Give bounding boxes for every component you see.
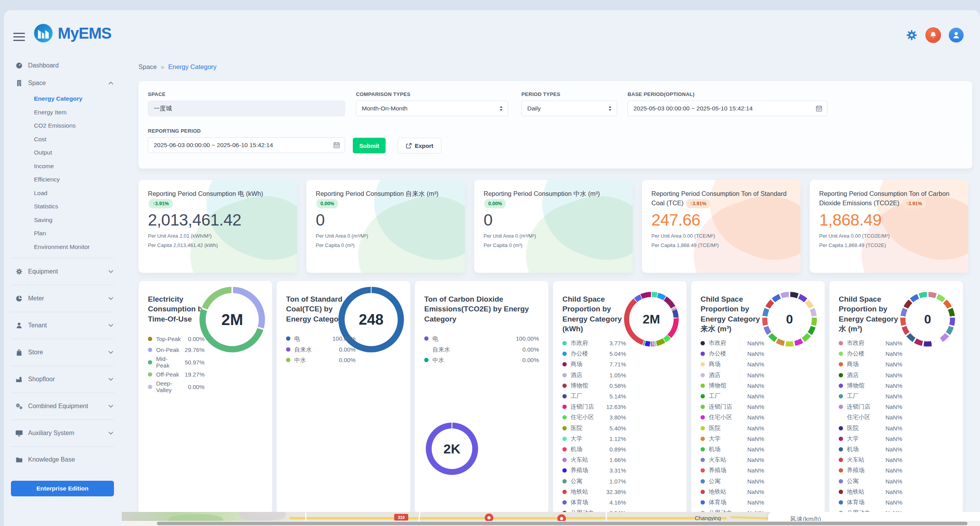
legend-item-mid-peak[interactable]: Mid-Peak50.97% [148, 355, 205, 369]
legend-item-地铁站[interactable]: 地铁站NaN% [701, 487, 818, 497]
legend-item-住宅小区[interactable]: 住宅小区NaN% [839, 412, 956, 423]
legend-item-市政府[interactable]: 市政府NaN% [839, 338, 956, 348]
legend-item-自来水[interactable]: 自来水0.00% [286, 344, 356, 355]
legend-item-医院[interactable]: 医院5.40% [562, 423, 679, 434]
legend-item-市政府[interactable]: 市政府3.77% [562, 338, 679, 348]
legend-item-养殖场[interactable]: 养殖场NaN% [701, 465, 818, 476]
legend-item-体育场[interactable]: 体育场4.16% [562, 497, 679, 508]
legend-item-机场[interactable]: 机场NaN% [701, 444, 818, 455]
sidebar-item-meter[interactable]: Meter [4, 290, 121, 307]
sidebar-item-auxiliary-system[interactable]: Auxiliary System [4, 424, 121, 442]
breadcrumb-section[interactable]: Space [139, 63, 157, 71]
legend-item-公寓[interactable]: 公寓NaN% [839, 476, 956, 486]
legend-item-住宅小区[interactable]: 住宅小区NaN% [701, 412, 818, 423]
sidebar-item-knowledge-base[interactable]: Knowledge Base [4, 451, 121, 468]
legend-item-top-peak[interactable]: Top-Peak0.00% [148, 333, 205, 345]
comparison-type-select[interactable]: Month-On-Month [356, 101, 508, 116]
legend-item-连锁门店[interactable]: 连锁门店12.63% [562, 402, 679, 412]
sidebar-item-store[interactable]: Store [4, 343, 121, 361]
sidebar-item-load[interactable]: Load [4, 187, 121, 200]
legend-item-机场[interactable]: 机场0.89% [562, 444, 679, 455]
legend-item-中水[interactable]: 中水0.00% [424, 355, 539, 366]
legend-item-deep-valley[interactable]: Deep-Valley0.00% [148, 380, 205, 394]
legend-item-办公楼[interactable]: 办公楼NaN% [839, 348, 956, 359]
sidebar-item-space[interactable]: Space [4, 74, 121, 92]
sidebar-item-co2-emissions[interactable]: CO2 Emissions [4, 119, 121, 133]
legend-item-机场[interactable]: 机场NaN% [839, 444, 956, 455]
sidebar-item-shopfloor[interactable]: Shopfloor [4, 370, 121, 388]
export-button[interactable]: Export [398, 138, 441, 153]
sidebar-item-income[interactable]: Income [4, 160, 121, 173]
legend-item-体育场[interactable]: 体育场NaN% [701, 497, 818, 508]
legend-item-医院[interactable]: 医院NaN% [839, 423, 956, 434]
legend-item-博物馆[interactable]: 博物馆NaN% [701, 380, 818, 391]
legend-item-商场[interactable]: 商场7.71% [562, 359, 679, 370]
reporting-period-input[interactable]: 2025-06-03 00:00:00 ~ 2025-06-10 15:42:1… [148, 137, 345, 153]
settings-gear-icon[interactable] [906, 29, 918, 41]
legend-item-工厂[interactable]: 工厂NaN% [701, 391, 818, 402]
sidebar-item-efficiency[interactable]: Efficiency [4, 173, 121, 187]
legend-item-公寓[interactable]: 公寓1.07% [562, 476, 679, 486]
legend-item-地铁站[interactable]: 地铁站32.38% [562, 487, 679, 497]
legend-item-大学[interactable]: 大学NaN% [839, 434, 956, 444]
legend-item-养殖场[interactable]: 养殖场3.31% [562, 465, 679, 476]
legend-item-off-peak[interactable]: Off-Peak19.27% [148, 369, 205, 380]
legend-item-火车站[interactable]: 火车站NaN% [701, 455, 818, 465]
period-type-select[interactable]: Daily [521, 101, 617, 116]
scrollbar-thumb[interactable] [157, 522, 968, 525]
legend-item-办公楼[interactable]: 办公楼5.04% [562, 348, 679, 359]
legend-item-连锁门店[interactable]: 连锁门店NaN% [839, 402, 956, 412]
legend-item-火车站[interactable]: 火车站1.66% [562, 455, 679, 465]
legend-item-博物馆[interactable]: 博物馆0.58% [562, 380, 679, 391]
submit-button[interactable]: Submit [353, 138, 386, 153]
sidebar-item-equipment[interactable]: Equipment [4, 263, 121, 281]
legend-item-住宅小区[interactable]: 住宅小区3.80% [562, 412, 679, 423]
sidebar-item-dashboard[interactable]: Dashboard [4, 57, 121, 74]
legend-item-酒店[interactable]: 酒店NaN% [839, 370, 956, 380]
legend-item-酒店[interactable]: 酒店NaN% [701, 370, 818, 380]
breadcrumb-page[interactable]: Energy Category [168, 63, 217, 71]
legend-item-自来水[interactable]: 自来水0.00% [424, 344, 539, 355]
enterprise-edition-button[interactable]: Enterprise Edition [11, 481, 114, 496]
legend-item-养殖场[interactable]: 养殖场NaN% [839, 465, 956, 476]
menu-toggle-icon[interactable] [13, 33, 25, 43]
legend-item-大学[interactable]: 大学1.12% [562, 434, 679, 444]
legend-item-办公楼[interactable]: 办公楼NaN% [701, 348, 818, 359]
legend-item-市政府[interactable]: 市政府NaN% [701, 338, 818, 348]
sidebar-item-cost[interactable]: Cost [4, 133, 121, 146]
legend-item-工厂[interactable]: 工厂NaN% [839, 391, 956, 402]
legend-item-大学[interactable]: 大学NaN% [701, 434, 818, 444]
legend-item-地铁站[interactable]: 地铁站NaN% [839, 487, 956, 497]
sidebar-item-combined-equipment[interactable]: Combined Equipment [4, 397, 121, 415]
legend-dot-icon [424, 336, 429, 341]
sidebar-item-plan[interactable]: Plan [4, 227, 121, 240]
legend-item-酒店[interactable]: 酒店1.05% [562, 370, 679, 380]
app-logo[interactable]: MyEMS [34, 23, 111, 43]
legend-item-公寓[interactable]: 公寓NaN% [701, 476, 818, 486]
user-avatar[interactable] [949, 28, 964, 43]
legend-item-工厂[interactable]: 工厂5.14% [562, 391, 679, 402]
legend-item-商场[interactable]: 商场NaN% [701, 359, 818, 370]
base-period-input[interactable]: 2025-05-03 00:00:00 ~ 2025-05-10 15:42:1… [628, 101, 827, 116]
sidebar-item-statistics[interactable]: Statistics [4, 200, 121, 213]
legend-item-火车站[interactable]: 火车站NaN% [839, 455, 956, 465]
sidebar-item-energy-item[interactable]: Energy Item [4, 106, 121, 119]
legend-item-体育场[interactable]: 体育场NaN% [839, 497, 956, 508]
notifications-bell-icon[interactable] [925, 27, 941, 43]
sidebar-item-environment-monitor[interactable]: Environment Monitor [4, 240, 121, 254]
legend-item-医院[interactable]: 医院NaN% [701, 423, 818, 434]
chevron-down-icon [108, 297, 113, 300]
legend-item-连锁门店[interactable]: 连锁门店NaN% [701, 402, 818, 412]
legend-item-商场[interactable]: 商场NaN% [839, 359, 956, 370]
legend-item-电[interactable]: 电100.00% [286, 333, 356, 344]
legend-item-电[interactable]: 电100.00% [424, 333, 539, 344]
legend-item-博物馆[interactable]: 博物馆NaN% [839, 380, 956, 391]
legend-dot-icon [839, 341, 843, 345]
legend-item-on-peak[interactable]: On-Peak29.76% [148, 345, 205, 356]
sidebar-item-tenant[interactable]: Tenant [4, 316, 121, 334]
space-input[interactable]: 一度城 [148, 101, 345, 116]
sidebar-item-output[interactable]: Output [4, 146, 121, 160]
legend-item-中水[interactable]: 中水0.00% [286, 355, 356, 366]
sidebar-item-energy-category[interactable]: Energy Category [4, 92, 121, 106]
sidebar-item-saving[interactable]: Saving [4, 213, 121, 227]
